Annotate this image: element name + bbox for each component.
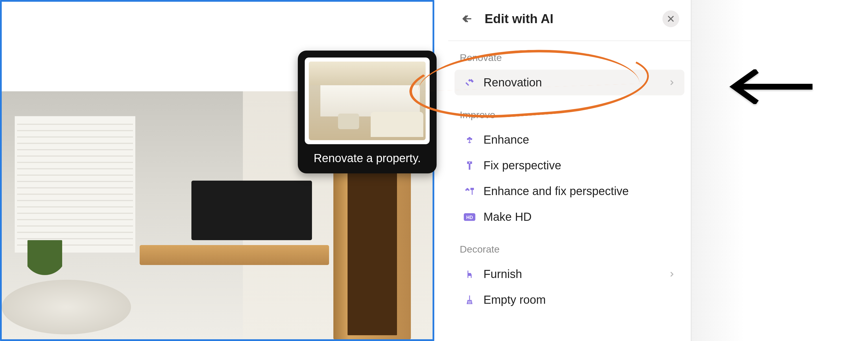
- menu-item-label: Make HD: [484, 210, 532, 224]
- plant-graphic: [28, 240, 62, 285]
- menu-item-label: Enhance: [484, 133, 529, 146]
- menu-item-furnish[interactable]: Furnish: [455, 261, 684, 287]
- edit-ai-panel: Edit with AI Renovate Renovation Improve…: [448, 0, 692, 341]
- svg-point-5: [470, 138, 472, 140]
- chevron-right-icon: [668, 79, 676, 87]
- panel-header: Edit with AI: [448, 0, 691, 41]
- svg-rect-6: [469, 139, 470, 143]
- svg-text:HD: HD: [466, 215, 473, 219]
- arrow-left-icon: [461, 13, 473, 25]
- section-label-improve: Improve: [455, 107, 684, 127]
- menu-item-label: Enhance and fix perspective: [484, 185, 629, 198]
- window-shutters-graphic: [15, 116, 135, 252]
- broom-icon: [463, 294, 476, 306]
- chair-icon: [463, 268, 476, 281]
- panel-title: Edit with AI: [485, 11, 652, 26]
- section-improve: Improve Enhance Fix perspective Enhance …: [448, 98, 691, 233]
- tooltip-renovate: Renovate a property.: [298, 50, 437, 173]
- back-button[interactable]: [460, 11, 474, 26]
- svg-point-9: [465, 189, 467, 191]
- svg-point-10: [468, 189, 469, 191]
- section-decorate: Decorate Furnish Empty room: [448, 233, 691, 315]
- close-button[interactable]: [662, 10, 679, 27]
- menu-item-enhance[interactable]: Enhance: [455, 127, 684, 152]
- hd-icon: HD: [463, 211, 476, 224]
- right-gutter: [692, 0, 868, 341]
- menu-item-fix-perspective[interactable]: Fix perspective: [455, 152, 684, 178]
- menu-item-label: Renovation: [484, 76, 542, 89]
- svg-point-7: [469, 162, 470, 163]
- menu-item-enhance-fix-perspective[interactable]: Enhance and fix perspective: [455, 178, 684, 204]
- svg-rect-13: [469, 295, 470, 300]
- svg-point-4: [467, 138, 469, 140]
- hammer-icon: [463, 76, 476, 89]
- menu-item-label: Furnish: [484, 268, 522, 281]
- menu-item-label: Fix perspective: [484, 159, 561, 172]
- perspective-icon: [463, 159, 476, 172]
- chevron-right-icon: [668, 271, 676, 278]
- section-label-decorate: Decorate: [455, 241, 684, 261]
- console-graphic: [140, 245, 329, 265]
- flower-icon: [463, 134, 476, 146]
- tv-graphic: [191, 181, 312, 240]
- section-label-renovate: Renovate: [455, 50, 684, 70]
- menu-item-make-hd[interactable]: HD Make HD: [455, 204, 684, 230]
- close-icon: [667, 15, 675, 23]
- tooltip-thumbnail: [305, 58, 430, 144]
- coffee-table-graphic: [2, 280, 131, 334]
- tooltip-thumbnail-image: [309, 62, 426, 140]
- menu-item-renovation[interactable]: Renovation: [455, 70, 684, 95]
- menu-item-empty-room[interactable]: Empty room: [455, 287, 684, 313]
- enhance-perspective-icon: [463, 185, 476, 198]
- menu-item-label: Empty room: [484, 293, 546, 306]
- section-renovate: Renovate Renovation: [448, 41, 691, 98]
- tooltip-text: Renovate a property.: [305, 152, 430, 165]
